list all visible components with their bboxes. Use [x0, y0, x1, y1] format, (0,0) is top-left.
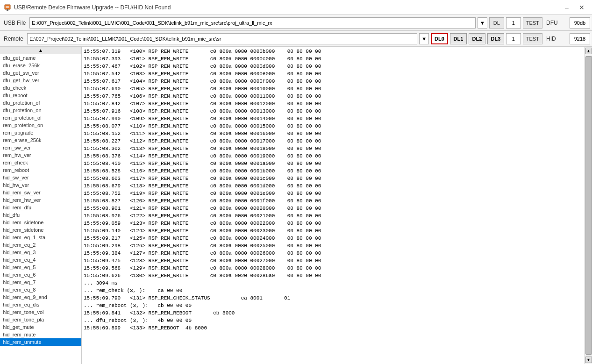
remote-path-dropdown[interactable]: ▼ — [419, 33, 429, 44]
log-line: 15:55:07.842 <107> RSP_REM_WRITE c0 800a… — [84, 100, 583, 107]
sidebar-item[interactable]: hid_hw_ver — [0, 181, 81, 189]
sidebar-item[interactable]: hid_dfu — [0, 211, 81, 219]
right-scrollbar[interactable]: ▲ ▼ — [585, 47, 592, 364]
usb-path-dropdown[interactable]: ▼ — [478, 17, 487, 29]
hid-value: 9218 — [570, 33, 590, 44]
scroll-up-btn[interactable]: ▲ — [585, 48, 592, 54]
sidebar-item[interactable]: hid_rem_eq_7 — [0, 278, 81, 286]
usb-label: USB File — [2, 20, 28, 26]
sidebar-item[interactable]: dfu_reboot — [0, 92, 81, 99]
sidebar-item[interactable]: rem_erase_256k — [0, 136, 81, 144]
sidebar-item[interactable]: dfu_get_sw_ver — [0, 69, 81, 77]
sidebar-item[interactable]: hid_rem_eq_2 — [0, 241, 81, 249]
sidebar-item[interactable]: rem_check — [0, 159, 81, 166]
scroll-thumb — [585, 56, 592, 355]
usb-path-input[interactable] — [29, 17, 476, 29]
app-icon — [4, 4, 11, 11]
remote-path-input[interactable] — [27, 33, 417, 44]
sidebar-item[interactable]: rem_reboot — [0, 166, 81, 174]
log-line: 15:55:08.528 <116> RSP_REM_WRITE c0 800a… — [84, 167, 583, 175]
hid-label: HID — [544, 36, 568, 42]
log-line: ... dfu_reboot (3, ): 4b 00 00 00 — [84, 317, 583, 324]
sidebar-item[interactable]: hid_rem_eq_6 — [0, 271, 81, 278]
sidebar-item[interactable]: dfu_get_name — [0, 54, 81, 62]
remote-test-button[interactable]: TEST — [523, 33, 542, 44]
remote-label: Remote — [2, 36, 25, 42]
log-line: 15:55:08.976 <122> RSP_REM_WRITE c0 800a… — [84, 212, 583, 220]
log-line: 15:55:08.227 <112> RSP_REM_WRITE c0 800a… — [84, 137, 583, 145]
log-line: 15:55:07.542 <103> RSP_REM_WRITE c0 800a… — [84, 70, 583, 78]
sidebar-item[interactable]: hid_rem_sw_ver — [0, 189, 81, 196]
sidebar-item[interactable]: dfu_erase_256k — [0, 62, 81, 69]
sidebar-item[interactable]: hid_rem_eq_dis — [0, 301, 81, 308]
log-line: 15:55:09.841 <132> RSP_REM_REBOOT cb 800… — [84, 309, 583, 317]
log-content: 15:55:07.319 <100> RSP_REM_WRITE c0 800a… — [84, 48, 583, 332]
usb-dl-button[interactable]: DL — [489, 17, 504, 29]
dfu-value: 90db — [570, 17, 590, 29]
log-line: 15:55:08.901 <121> RSP_REM_WRITE c0 800a… — [84, 205, 583, 212]
sidebar-item[interactable]: hid_rem_eq_3 — [0, 249, 81, 256]
log-line: 15:55:09.140 <124> RSP_REM_WRITE c0 800a… — [84, 227, 583, 235]
sidebar-item[interactable]: dfu_check — [0, 84, 81, 92]
sidebar-item[interactable]: hid_sw_ver — [0, 174, 81, 181]
svg-point-2 — [7, 9, 8, 11]
remote-num[interactable] — [506, 33, 521, 44]
log-line: 15:55:07.467 <102> RSP_REM_WRITE c0 800a… — [84, 63, 583, 70]
sidebar-item[interactable]: hid_rem_tone_pla — [0, 316, 81, 323]
log-line: 15:55:08.152 <111> RSP_REM_WRITE c0 800a… — [84, 130, 583, 137]
sidebar-item[interactable]: hid_rem_hw_ver — [0, 196, 81, 204]
log-line: 15:55:08.077 <110> RSP_REM_WRITE c0 800a… — [84, 122, 583, 130]
log-line: 15:55:07.916 <108> RSP_REM_WRITE c0 800a… — [84, 107, 583, 115]
log-line: 15:55:07.990 <109> RSP_REM_WRITE c0 800a… — [84, 115, 583, 122]
log-line: 15:55:09.217 <125> RSP_REM_WRITE c0 800a… — [84, 235, 583, 242]
main-area: ▲ dfu_get_namedfu_erase_256kdfu_get_sw_v… — [0, 47, 592, 364]
dl0-button[interactable]: DL0 — [431, 33, 448, 44]
usb-file-row: USB File ▼ DL TEST DFU 90db — [0, 15, 592, 31]
sidebar-item[interactable]: rem_hw_ver — [0, 151, 81, 159]
log-line: 15:55:08.827 <120> RSP_REM_WRITE c0 800a… — [84, 197, 583, 205]
scroll-down-btn[interactable]: ▼ — [585, 357, 592, 363]
sidebar-item[interactable]: dfu_protetion_of — [0, 99, 81, 107]
log-line: 15:55:08.752 <119> RSP_REM_WRITE c0 800a… — [84, 190, 583, 197]
log-line: 15:55:07.319 <100> RSP_REM_WRITE c0 800a… — [84, 48, 583, 55]
sidebar-item[interactable]: hid_rem_eq_5 — [0, 264, 81, 271]
usb-test-button[interactable]: TEST — [523, 17, 542, 29]
sidebar-item[interactable]: hid_rem_eq_9_end — [0, 293, 81, 301]
sidebar-item[interactable]: rem_protetion_of — [0, 114, 81, 121]
title-bar-left: USB/Remote Device Firmware Upgrade -- DF… — [4, 4, 171, 11]
close-button[interactable]: ✕ — [575, 2, 588, 13]
log-line: 15:55:09.059 <123> RSP_REM_WRITE c0 800a… — [84, 220, 583, 227]
log-line: 15:55:08.679 <118> RSP_REM_WRITE c0 800a… — [84, 182, 583, 190]
sidebar-item[interactable]: hid_rem_tone_vol — [0, 308, 81, 316]
sidebar-scroll-up[interactable]: ▲ — [38, 48, 43, 53]
sidebar-item[interactable]: hid_rem_sidetone — [0, 226, 81, 234]
log-area[interactable]: 15:55:07.319 <100> RSP_REM_WRITE c0 800a… — [82, 47, 585, 364]
sidebar-item[interactable]: hid_rem_eq_4 — [0, 256, 81, 264]
dl3-button[interactable]: DL3 — [487, 33, 504, 44]
log-line: 15:55:07.393 <101> RSP_REM_WRITE c0 800a… — [84, 55, 583, 63]
dfu-label: DFU — [544, 20, 568, 26]
log-line: ... rem_check (3, ): ca 00 00 — [84, 287, 583, 294]
log-line: ... rem_reboot (3, ): cb 00 00 00 — [84, 302, 583, 309]
log-line: 15:55:08.302 <113> RSP_REM_WRITE c0 800a… — [84, 145, 583, 152]
sidebar-item[interactable]: hid_get_mute — [0, 323, 81, 331]
remote-row: Remote ▼ DL0 DL1 DL2 DL3 TEST HID 9218 — [0, 31, 592, 47]
sidebar-item[interactable]: rem_sw_ver — [0, 144, 81, 151]
sidebar-item[interactable]: hid_rem_unmute — [0, 338, 81, 346]
dl1-button[interactable]: DL1 — [450, 33, 467, 44]
sidebar-item[interactable]: hid_rem_eq_1_sta — [0, 234, 81, 241]
sidebar-item[interactable]: rem_protetion_on — [0, 121, 81, 129]
sidebar-item[interactable]: hid_rem_sidetone — [0, 219, 81, 226]
sidebar-item[interactable]: hid_rem_mute — [0, 331, 81, 338]
sidebar-item[interactable]: dfu_get_hw_ver — [0, 77, 81, 84]
usb-dl-num[interactable] — [506, 17, 521, 29]
sidebar-item[interactable]: hid_rem_dfu — [0, 204, 81, 211]
svg-rect-1 — [6, 6, 9, 8]
dl2-button[interactable]: DL2 — [469, 33, 485, 44]
sidebar-item[interactable]: rem_upgrade — [0, 129, 81, 136]
sidebar-item[interactable]: hid_rem_eq_8 — [0, 286, 81, 293]
window-title: USB/Remote Device Firmware Upgrade -- DF… — [14, 4, 171, 11]
sidebar[interactable]: ▲ dfu_get_namedfu_erase_256kdfu_get_sw_v… — [0, 47, 82, 364]
sidebar-item[interactable]: dfu_protetion_on — [0, 107, 81, 114]
minimize-button[interactable]: – — [560, 2, 573, 13]
